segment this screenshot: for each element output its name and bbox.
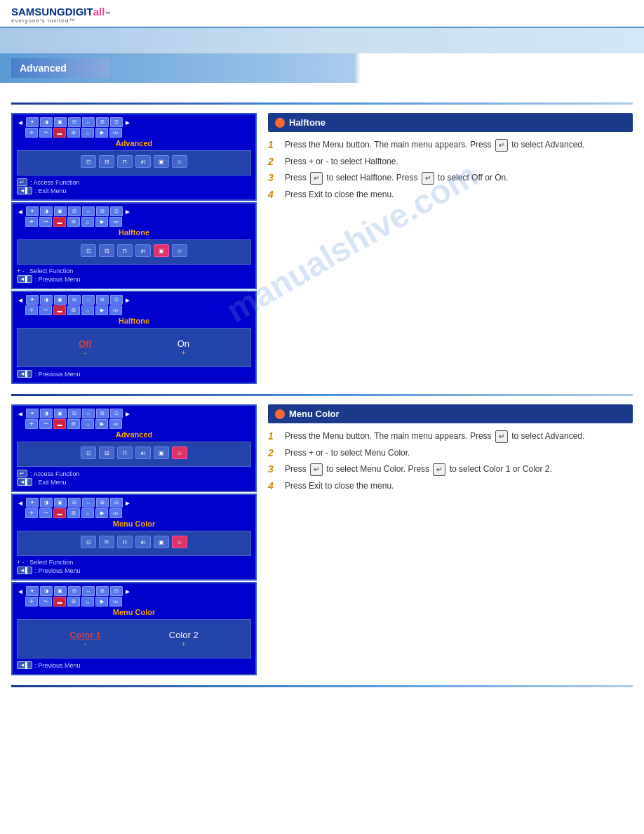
osd-arrow-right-6: ► <box>124 588 131 595</box>
osd-icon-w3: 〜 <box>39 305 52 315</box>
osd-icon-g6: ⊞ <box>96 586 109 596</box>
enter-icon-3a: ↵ <box>310 172 323 185</box>
osd-icon-w5: 〜 <box>39 508 52 518</box>
osd-inner-6: Color 1 - Color 2 + <box>17 619 251 658</box>
osd-icon-a2: ▬ <box>53 217 66 227</box>
osd-access-label-2: : Access Function <box>30 470 80 477</box>
osd-icon-t5: ✛ <box>25 508 38 518</box>
osd-status-access-2: ↵ : Access Function <box>17 470 251 477</box>
osd-inner-1: ⊡ ⊟ Π ıK ▣ ☺ <box>17 150 251 176</box>
section-separator-1 <box>11 102 633 105</box>
osd-icon-expand: ⊡ <box>110 117 123 127</box>
osd-icon-g3: ⊞ <box>96 295 109 305</box>
osd-inner-icon-41: ⊡ <box>81 446 96 459</box>
step-num-mc-2: 2 <box>268 447 279 458</box>
step-text-2: Press + or - to select Halftone. <box>285 156 398 168</box>
osd-title-menucolor-sub: Menu Color <box>17 519 251 528</box>
osd-inner-icon-1: ⊡ <box>81 155 96 168</box>
osd-icon-d5: ▣ <box>54 498 67 508</box>
osd-icon-l4: ⌂ <box>81 419 94 429</box>
osd-exit-label-2: : Exit Menu <box>35 479 67 486</box>
osd-top-row-11: ◄ ✦ ◑ ▣ ⊟ ↔ ⊞ ⊡ ► <box>17 586 251 596</box>
osd-inner-icon-51: ⊡ <box>81 536 96 548</box>
osd-color2-label: Color 2 <box>169 630 199 640</box>
osd-icon-adjust: ⊞ <box>96 117 109 127</box>
step-1-halftone: 1 Press the Menu button. The main menu a… <box>268 139 633 152</box>
section-header-menucolor: Menu Color <box>268 404 633 423</box>
osd-select-label-1: + - : Select Function <box>17 267 73 274</box>
osd-arrow-right-3: ► <box>124 296 131 304</box>
osd-icon-c4: ◑ <box>40 409 53 418</box>
instructions-halftone: Halftone 1 Press the Menu button. The ma… <box>268 113 633 385</box>
osd-prev-label-2: : Previous Menu <box>35 567 81 574</box>
page-header: SAMSUNG DIGITall™ everyone's Invited™ <box>0 0 644 28</box>
osd-stack-halftone: ◄ ✦ ◑ ▣ ⊟ ↔ ⊞ ⊡ ► ✛ 〜 ▬ ⊞ ⌂ ▶ <box>11 113 257 385</box>
osd-icon-h6: ⊡ <box>110 586 123 596</box>
enter-icon-mc-3b: ↵ <box>433 463 445 476</box>
osd-inner-icons-5: ⊡ ⊟ Π ıK ▣ ☺ <box>22 536 246 548</box>
osd-halftone-offon: ◄ ✦ ◑ ▣ ⊟ ↔ ⊞ ⊡ ► ✛ 〜 ▬ ⊞ ⌂ ▶ <box>11 291 257 384</box>
osd-nav-icon-3: ◄▌ <box>17 370 32 378</box>
osd-arrow-right: ► <box>124 119 131 126</box>
osd-off-label: Off <box>79 338 92 349</box>
osd-status-access-1: ↵ : Access Function <box>17 178 251 186</box>
osd-arrow-right-4: ► <box>124 410 131 418</box>
osd-status-prev-2: ◄▌ : Previous Menu <box>17 567 251 574</box>
osd-icon-m6: ▶ <box>95 597 108 607</box>
osd-icon-h2: ⊡ <box>110 206 123 216</box>
osd-icon-target: ✛ <box>25 128 38 138</box>
osd-title-halftone-sub: Halftone <box>17 228 251 237</box>
osd-inner-icon-52: ⊟ <box>99 536 114 548</box>
osd-inner-5: ⊡ ⊟ Π ıK ▣ ☺ <box>17 531 251 556</box>
osd-top-row-9: ◄ ✦ ◑ ▣ ⊟ ↔ ⊞ ⊡ ► <box>17 498 251 508</box>
osd-inner-icon-23: Π <box>117 244 133 257</box>
osd-icon-t3: ✛ <box>25 305 38 315</box>
osd-icon-f3: ↔ <box>82 295 95 305</box>
osd-icon-m2: ▶ <box>95 217 108 227</box>
osd-top-row-1: ◄ ✦ ◑ ▣ ⊟ ↔ ⊞ ⊡ ► <box>17 117 251 127</box>
osd-inner-icon-55: ▣ <box>154 536 169 548</box>
osd-nav-icon-5: ◄▌ <box>17 567 32 574</box>
osd-icon-d3: ▣ <box>54 295 67 305</box>
step-text-mc-1: Press the Menu button. The main menu app… <box>285 430 584 443</box>
osd-arrow-left-3: ◄ <box>17 296 24 304</box>
osd-top-row-12: ✛ 〜 ▬ ⊞ ⌂ ▶ Hz <box>17 597 251 607</box>
logo-samsung: SAMSUNG <box>11 6 65 18</box>
osd-advanced-2: ◄ ✦ ◑ ▣ ⊟ ↔ ⊞ ⊡ ► ✛ 〜 ▬ ⊞ ⌂ ▶ <box>11 404 257 492</box>
osd-top-row-4: ✛ 〜 ▬ ⊞ ⌂ ▶ Hz <box>17 217 251 227</box>
osd-halftone-submenu: ◄ ✦ ◑ ▣ ⊟ ↔ ⊞ ⊡ ► ✛ 〜 ▬ ⊞ ⌂ ▶ <box>11 202 257 289</box>
osd-arrow-left: ◄ <box>17 119 24 126</box>
osd-arrow-right-2: ► <box>124 208 131 216</box>
osd-inner-icon-6: ☺ <box>172 155 187 168</box>
section-header-halftone: Halftone <box>268 113 633 132</box>
osd-on-label: On <box>177 338 189 349</box>
osd-status-exit-2: ◄▌ : Exit Menu <box>17 478 251 486</box>
osd-inner-icon-26: ☺ <box>172 244 187 257</box>
osd-access-label-1: : Access Function <box>30 179 80 186</box>
osd-icon-f4: ↔ <box>82 409 95 418</box>
step-4-halftone: 4 Press Exit to close the menu. <box>268 189 633 201</box>
osd-status-select-1: + - : Select Function <box>17 267 251 274</box>
osd-icon-e2: ⊟ <box>68 206 81 216</box>
osd-nav-icon-6: ◄▌ <box>17 661 32 669</box>
osd-nav-icon-2: ◄▌ <box>17 275 32 283</box>
step-num-4: 4 <box>268 189 279 200</box>
step-4-menucolor: 4 Press Exit to close the menu. <box>268 480 633 492</box>
osd-icon-grid: ⊞ <box>67 128 80 138</box>
osd-icon-hz2: Hz <box>109 217 122 227</box>
osd-icon-h5: ⊡ <box>110 498 123 508</box>
osd-icon-f6: ↔ <box>82 586 95 596</box>
step-num-mc-1: 1 <box>268 430 279 442</box>
osd-icon-a3: ▬ <box>53 305 66 315</box>
osd-icon-f2: ↔ <box>82 206 95 216</box>
osd-status-exit-1: ◄▌ : Exit Menu <box>17 187 251 194</box>
osd-enter-icon-1: ↵ <box>17 178 27 186</box>
osd-icon-g4: ⊞ <box>96 409 109 418</box>
osd-icon-link: ⌂ <box>81 128 94 138</box>
osd-menucolor-submenu: ◄ ✦ ◑ ▣ ⊟ ↔ ⊞ ⊡ ► ✛ 〜 ▬ ⊞ ⌂ ▶ <box>11 494 257 581</box>
osd-icon-m3: ▶ <box>95 305 108 315</box>
osd-icon-w6: 〜 <box>39 597 52 607</box>
osd-arrow-left-6: ◄ <box>17 588 24 595</box>
osd-select-label-2: + - : Select Function <box>17 559 73 566</box>
osd-icon-m5: ▶ <box>95 508 108 518</box>
